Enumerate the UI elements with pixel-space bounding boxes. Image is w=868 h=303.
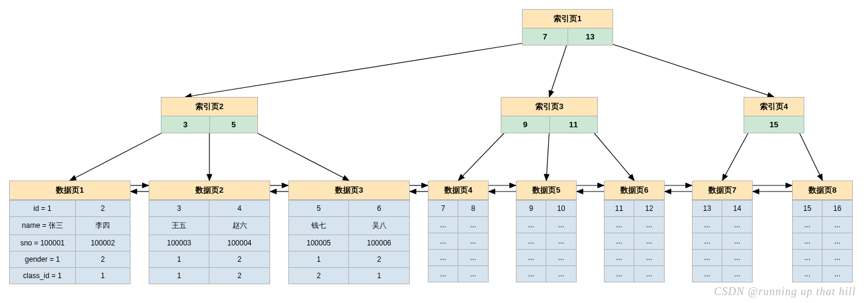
table-cell: ... (793, 216, 822, 233)
table-row: ...... (693, 265, 752, 282)
data-page-title: 数据页3 (289, 181, 409, 200)
table-cell: ... (693, 233, 722, 249)
table-row: ...... (605, 249, 664, 265)
table-cell: 1 (349, 267, 409, 284)
table-cell: ... (546, 265, 576, 282)
table-cell: ... (793, 249, 822, 265)
table-cell: ... (822, 249, 852, 265)
table-cell: ... (722, 265, 752, 282)
table-cell: 2 (349, 251, 409, 267)
data-page-title: 数据页1 (10, 181, 130, 200)
data-page: 数据页71314........................ (692, 181, 753, 282)
table-row: ...... (793, 216, 852, 233)
data-page-title: 数据页5 (517, 181, 576, 200)
table-cell: 1 (149, 267, 209, 284)
table-cell: 9 (517, 200, 546, 216)
table-row: ...... (693, 233, 752, 249)
data-page: 数据页5910........................ (516, 181, 577, 282)
table-cell: 4 (209, 200, 270, 216)
index-key: 9 (501, 116, 550, 133)
tree-arrow (252, 130, 349, 181)
table-cell: ... (722, 216, 752, 233)
table-row: 34 (149, 200, 270, 216)
table-cell: ... (429, 265, 458, 282)
index-page-title: 索引页3 (501, 98, 597, 116)
table-cell: 李四 (76, 216, 130, 235)
index-key: 13 (568, 28, 613, 45)
table-cell: ... (722, 249, 752, 265)
table-cell: 100003 (149, 235, 209, 251)
table-cell: ... (458, 265, 488, 282)
table-cell: 15 (793, 200, 822, 216)
index-page: 索引页415 (744, 97, 804, 133)
table-cell: ... (546, 216, 576, 233)
table-row: 1314 (693, 200, 752, 216)
table-cell: 16 (822, 200, 852, 216)
table-cell: 赵六 (209, 216, 270, 235)
table-row: 1516 (793, 200, 852, 216)
index-key: 3 (161, 116, 210, 133)
table-row: ...... (605, 233, 664, 249)
table-row: ...... (793, 233, 852, 249)
table-cell: ... (458, 216, 488, 233)
table-cell: ... (546, 249, 576, 265)
table-cell: ... (605, 265, 634, 282)
index-page: 索引页3911 (501, 97, 598, 133)
table-cell: 钱七 (289, 216, 349, 235)
table-cell: ... (634, 249, 664, 265)
table-row: 钱七吴八 (289, 216, 409, 235)
table-row: ...... (429, 233, 488, 249)
index-page-title: 索引页1 (523, 10, 612, 28)
data-page: 数据页61112........................ (604, 181, 665, 282)
table-cell: ... (634, 216, 664, 233)
data-page-title: 数据页4 (429, 181, 488, 200)
table-cell: sno = 100001 (10, 235, 76, 251)
table-row: class_id = 11 (10, 267, 130, 284)
table-cell: 5 (289, 200, 349, 216)
table-cell: 2 (76, 200, 130, 216)
table-cell: name = 张三 (10, 216, 76, 235)
table-cell: ... (517, 249, 546, 265)
table-cell: 13 (693, 200, 722, 216)
table-cell: 14 (722, 200, 752, 216)
table-cell: 100002 (76, 235, 130, 251)
data-page-title: 数据页6 (605, 181, 664, 200)
table-cell: 王五 (149, 216, 209, 235)
tree-arrow (185, 42, 528, 97)
table-cell: ... (822, 233, 852, 249)
table-cell: ... (517, 265, 546, 282)
index-key: 15 (744, 116, 804, 133)
table-cell: ... (693, 265, 722, 282)
table-cell: ... (693, 249, 722, 265)
data-page: 数据页478........................ (428, 181, 489, 282)
index-page-title: 索引页4 (744, 98, 804, 116)
table-row: ...... (517, 216, 576, 233)
table-cell: 2 (209, 267, 270, 284)
table-cell: 10 (546, 200, 576, 216)
table-row: ...... (693, 216, 752, 233)
table-row: 21 (289, 267, 409, 284)
table-cell: 1 (149, 251, 209, 267)
table-cell: 6 (349, 200, 409, 216)
table-cell: ... (722, 233, 752, 249)
tree-arrow (549, 42, 568, 97)
table-row: ...... (793, 249, 852, 265)
table-row: ...... (429, 249, 488, 265)
table-cell: 1 (289, 251, 349, 267)
table-cell: id = 1 (10, 200, 76, 216)
table-cell: 3 (149, 200, 209, 216)
table-cell: 1 (76, 267, 130, 284)
table-cell: ... (605, 249, 634, 265)
table-row: ...... (793, 265, 852, 282)
table-cell: ... (429, 216, 458, 233)
tree-arrow (70, 130, 167, 181)
table-cell: gender = 1 (10, 251, 76, 267)
table-cell: 100005 (289, 235, 349, 251)
tree-arrow (458, 130, 507, 181)
table-cell: ... (458, 249, 488, 265)
index-key: 11 (550, 116, 598, 133)
table-cell: class_id = 1 (10, 267, 76, 284)
table-row: 910 (517, 200, 576, 216)
table-row: ...... (693, 249, 752, 265)
table-cell: 7 (429, 200, 458, 216)
